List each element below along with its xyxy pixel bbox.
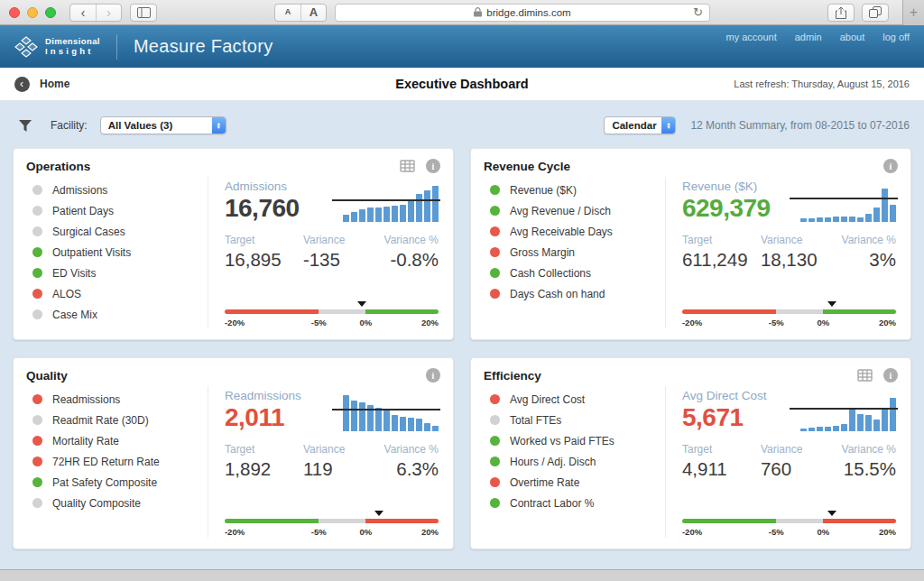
gauge-segment-red [823, 519, 896, 524]
target-reference-line [790, 408, 898, 410]
measure-item[interactable]: Total FTEs [485, 410, 658, 430]
spark-bar [865, 415, 872, 431]
measure-item[interactable]: Gross Margin [485, 242, 658, 263]
measure-item[interactable]: Hours / Adj. Disch [485, 451, 658, 472]
zoom-window-button[interactable] [45, 7, 56, 18]
info-icon[interactable]: i [883, 159, 898, 173]
metric-top: Avg Direct Cost 5,671 [682, 389, 896, 432]
measure-item[interactable]: Readmit Rate (30D) [28, 410, 200, 430]
measure-item[interactable]: ED Visits [28, 263, 200, 283]
gauge-segment-gray [776, 309, 823, 315]
table-icon[interactable] [857, 369, 873, 382]
measure-item[interactable]: Mortality Rate [28, 430, 200, 451]
filter-bar: Facility: All Values (3) ▲▼ Calendar ▲▼ … [0, 101, 924, 146]
nav-about[interactable]: about [840, 32, 865, 42]
stat-value: 18,130 [761, 249, 832, 271]
forward-button[interactable]: › [96, 5, 121, 21]
measure-item[interactable]: Pat Safety Composite [28, 472, 200, 493]
select-stepper-icon: ▲▼ [212, 117, 226, 134]
stat-value: 4,911 [682, 458, 761, 480]
cards-grid: Operations i AdmissionsPatient DaysSurgi… [0, 146, 924, 569]
measure-item[interactable]: Avg Revenue / Disch [485, 200, 658, 221]
card-icons: i [400, 159, 440, 173]
sparkline-chart [343, 393, 439, 431]
measure-item[interactable]: Case Mix [28, 304, 200, 325]
spark-bar [392, 206, 398, 222]
breadcrumb-bar: ‹ Home Executive Dashboard Last refresh:… [0, 68, 924, 101]
stat-label: Variance % [374, 443, 439, 456]
sidebar-button[interactable] [130, 4, 157, 22]
status-dot [490, 498, 500, 508]
gauge-marker-icon [827, 511, 836, 516]
gauge-segment-red [365, 519, 439, 524]
measure-item[interactable]: Surgical Cases [28, 221, 200, 242]
measure-item[interactable]: ALOS [28, 283, 200, 304]
gauge-labels: -20%-5%0%20% [682, 527, 896, 538]
toolbar-right [827, 4, 889, 22]
measure-item[interactable]: Contract Labor % [485, 493, 658, 513]
nav-admin[interactable]: admin [795, 32, 822, 42]
decrease-font-button[interactable]: A [275, 5, 300, 21]
spark-bar [890, 205, 896, 222]
stat-label: Variance [761, 443, 832, 456]
status-dot [490, 226, 500, 236]
status-dot [490, 477, 500, 487]
info-icon[interactable]: i [426, 159, 440, 173]
nav-my-account[interactable]: my account [725, 32, 776, 42]
measure-item[interactable]: Cash Collections [485, 263, 658, 283]
reload-icon[interactable]: ↻ [693, 6, 703, 18]
measure-item[interactable]: Outpatient Visits [28, 242, 200, 263]
address-bar[interactable]: bridge.dimins.com ↻ [335, 4, 710, 22]
status-dot [490, 185, 500, 195]
measure-item[interactable]: Quality Composite [28, 493, 200, 513]
facility-select[interactable]: All Values (3) ▲▼ [100, 116, 226, 134]
measure-item[interactable]: Avg Receivable Days [485, 221, 658, 242]
metric-block: Readmissions 2,011 [225, 389, 301, 432]
info-icon[interactable]: i [883, 368, 898, 383]
home-label: Home [40, 78, 69, 90]
stats-row: Target1,892Variance119Variance %6.3% [225, 443, 439, 480]
stat-label: Variance % [374, 234, 439, 246]
nav-log-off[interactable]: log off [882, 32, 910, 42]
gauge-segment-green [225, 519, 319, 524]
dashboard-card: Operations i AdmissionsPatient DaysSurgi… [13, 148, 454, 340]
measure-item[interactable]: Days Cash on hand [485, 283, 658, 304]
dimensional-insight-logo[interactable]: Dimensional Insight [14, 36, 100, 58]
measure-item[interactable]: Avg Direct Cost [485, 389, 658, 410]
metric-top: Readmissions 2,011 [225, 389, 439, 432]
minimize-window-button[interactable] [27, 7, 38, 18]
share-icon [836, 6, 846, 19]
close-window-button[interactable] [9, 7, 20, 18]
new-tab-button[interactable]: + [902, 0, 924, 25]
share-button[interactable] [827, 4, 855, 22]
measure-item[interactable]: Overtime Rate [485, 472, 658, 493]
increase-font-button[interactable]: A [300, 5, 326, 21]
measure-item[interactable]: Readmissions [28, 389, 200, 410]
table-icon[interactable] [400, 160, 415, 172]
tab-overview-button[interactable] [862, 4, 889, 22]
sidebar-icon [137, 7, 151, 18]
stat-value: 3% [832, 249, 896, 271]
status-dot [490, 436, 500, 446]
home-link[interactable]: ‹ Home [14, 77, 69, 92]
spark-bar [817, 217, 823, 222]
info-icon[interactable]: i [426, 368, 440, 383]
status-dot [32, 268, 42, 278]
back-button[interactable]: ‹ [70, 5, 96, 21]
measure-label: Avg Revenue / Disch [510, 205, 611, 217]
measure-item[interactable]: 72HR ED Return Rate [28, 451, 200, 472]
status-dot [32, 226, 42, 236]
measure-item[interactable]: Admissions [28, 180, 200, 200]
measure-item[interactable]: Revenue ($K) [485, 180, 658, 200]
measure-item[interactable]: Worked vs Paid FTEs [485, 430, 658, 451]
status-dot [32, 436, 42, 446]
header-nav: my account admin about log off [725, 32, 910, 42]
status-dot [32, 309, 42, 319]
spark-bar [375, 208, 382, 222]
gauge-segment-red [225, 309, 319, 315]
calendar-select[interactable]: Calendar ▲▼ [604, 116, 676, 134]
measure-item[interactable]: Patient Days [28, 200, 200, 221]
dashboard-card: Efficiency i Avg Direct CostTotal FTEsWo… [470, 357, 911, 549]
spark-bar [424, 423, 430, 431]
gauge-tick-label: -20% [682, 318, 702, 327]
